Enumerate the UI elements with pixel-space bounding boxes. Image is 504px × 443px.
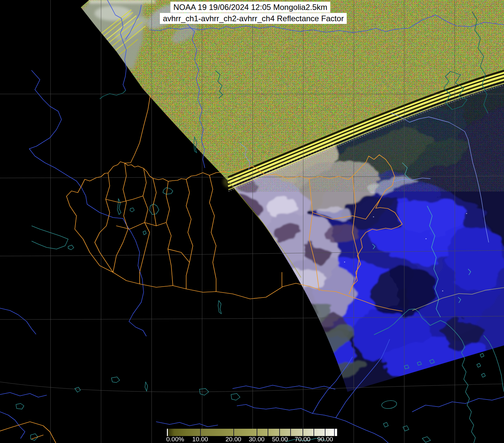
cloud-gap	[369, 269, 436, 315]
colorbar-tick-50	[279, 429, 280, 436]
colorbar-tick-100	[334, 429, 335, 436]
colorbar-tick-10	[200, 429, 201, 436]
colorbar-tick-30	[257, 429, 257, 436]
colorbar-tick-0	[167, 429, 168, 436]
colorbar-tick-40	[268, 429, 268, 436]
cloud-white	[265, 196, 297, 216]
image-title-line1: NOAA 19 19/06/2024 12:05 Mongolia2.5km	[171, 2, 330, 13]
cloud-purple	[304, 242, 328, 262]
colorbar-label-70: 70.00	[295, 436, 311, 443]
scan-start-top-sliver	[89, 0, 156, 3]
colorbar-tick-80	[314, 429, 314, 436]
satellite-map-canvas	[0, 0, 504, 443]
colorbar-tick-60	[290, 429, 291, 436]
colorbar-label-10: 10.00	[192, 436, 208, 443]
reflectance-colorbar	[167, 429, 337, 436]
cloud-brightblue	[447, 226, 504, 292]
colorbar-label-30: 30.00	[249, 436, 265, 443]
colorbar-tick-70	[303, 429, 303, 436]
colorbar-label-0: 0.00%	[166, 436, 184, 443]
colorbar-tick-20	[233, 429, 234, 436]
image-title-line2: avhrr_ch1-avhrr_ch2-avhrr_ch4 Reflectanc…	[160, 13, 347, 24]
satellite-image-viewport: NOAA 19 19/06/2024 12:05 Mongolia2.5km a…	[0, 0, 504, 443]
colorbar-label-50: 50.00	[272, 436, 288, 443]
cloud-gap	[441, 317, 484, 347]
colorbar-label-20: 20.00	[225, 436, 241, 443]
colorbar-label-90: 90.00	[317, 436, 333, 443]
cloud-purple	[272, 222, 300, 242]
colorbar-tick-90	[325, 429, 325, 436]
